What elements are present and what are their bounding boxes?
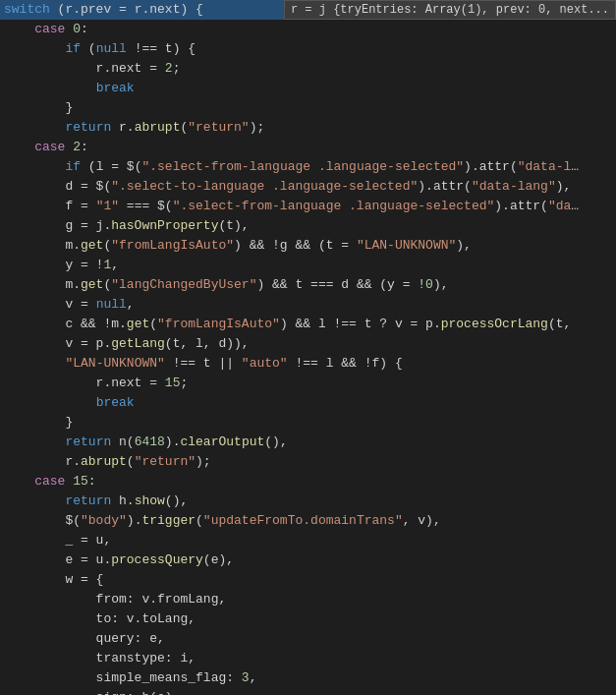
code-token: ) && l !== t ? v = p. [280,315,441,334]
code-token: "da [548,197,571,216]
code-token: !== l && !f) { [288,354,403,374]
code-token: ; [180,374,188,393]
code-line: r.abrupt("return"); [0,452,616,472]
code-token: m. [4,275,81,295]
code-token: if [65,157,81,177]
code-token: "return" [135,452,196,472]
code-line: g = j.hasOwnProperty(t), [0,216,616,236]
code-token: (t, [548,315,571,334]
code-line: e = u.processQuery(e), [0,550,616,570]
code-token: d = $( [4,177,111,197]
code-token: (r.prev = r.next) { [50,0,203,20]
code-token: switch [4,0,50,20]
code-token [4,472,34,492]
code-line: if (null !== t) { [0,39,616,59]
code-line: return h.show(), [0,492,616,511]
code-token: (), [264,433,287,452]
code-token: 3 [242,668,250,688]
code-token: !== t || [165,354,242,374]
code-token: null [96,295,127,315]
code-token [4,20,34,39]
code-token [65,472,73,492]
code-token: show [135,492,165,511]
code-token: "langChangedByUser" [111,275,256,295]
code-editor: switch (r.prev = r.next) { case 0: if (n… [0,0,616,695]
code-token: from: v.fromLang, [4,590,226,609]
code-token: n( [111,433,134,452]
code-token: 0 [425,275,433,295]
code-line: m.get("fromLangIsAuto") && !g && (t = "L… [0,236,616,256]
code-line: f = "1" === $(".select-from-language .la… [0,197,616,216]
code-token [65,20,73,39]
code-token: ( [127,452,135,472]
code-token: ). [127,511,142,531]
code-token [4,118,65,138]
code-token: 2 [165,59,173,79]
code-token: case [34,20,65,39]
code-line: break [0,79,616,98]
code-token: break [96,79,135,98]
code-token: ).attr( [418,177,472,197]
code-token: "auto" [242,354,288,374]
code-line: case 2: [0,138,616,157]
code-token [203,0,219,20]
code-token: 1 [103,256,111,275]
code-token: processOcrLang [441,315,548,334]
code-token: 15 [165,374,181,393]
code-line: $("body").trigger("updateFromTo.domainTr… [0,511,616,531]
code-token: "LAN-UNKNOWN" [65,354,164,374]
code-token: (l = $( [81,157,141,177]
code-token: "return" [188,118,249,138]
code-token: , [250,668,257,688]
code-token: processQuery [111,550,203,570]
code-line: transtype: i, [0,649,616,668]
code-line: from: v.fromLang, [0,590,616,609]
code-token: : [81,138,88,157]
code-token: , [127,295,135,315]
code-line: simple_means_flag: 3, [0,668,616,688]
code-token: } [4,413,73,433]
code-token: … [571,157,579,177]
code-token: query: e, [4,629,165,649]
code-token: g = j. [4,216,111,236]
code-line: v = null, [0,295,616,315]
code-token [4,492,65,511]
code-line: r.next = 2; [0,59,616,79]
code-token: v = [4,295,96,315]
code-line: c && !m.get("fromLangIsAuto") && l !== t… [0,315,616,334]
code-token [4,39,65,59]
code-token: break [96,393,135,413]
code-token: _ = u, [4,531,111,550]
code-token: e = u. [4,550,111,570]
code-line: to: v.toLang, [0,609,616,629]
code-token: "fromLangIsAuto" [157,315,280,334]
code-token: ).attr( [464,157,518,177]
code-token: return [65,118,111,138]
code-token: : [81,20,88,39]
code-line: query: e, [0,629,616,649]
tooltip: r = j {tryEntries: Array(1), prev: 0, ne… [284,0,616,20]
code-token: return [65,433,111,452]
code-token: r. [4,452,81,472]
code-line: } [0,98,616,118]
code-token: return [65,492,111,511]
code-token: ( [196,511,203,531]
code-token: !== t) { [127,39,196,59]
code-token: abrupt [81,452,127,472]
code-token: "data-lang" [472,177,556,197]
code-token: … [571,197,579,216]
code-token: (t), [218,216,249,236]
code-token: f = [4,197,96,216]
code-token: "fromLangIsAuto" [111,236,234,256]
code-token: 2 [73,138,81,157]
code-token [65,138,73,157]
code-token: (t, l, d)), [165,334,250,354]
code-token: getLang [111,334,165,354]
code-token: ( [81,39,96,59]
code-token: ), [433,275,449,295]
code-token: ".select-from-language .language-selecte… [173,197,495,216]
code-token: , v), [403,511,441,531]
code-line: return r.abrupt("return"); [0,118,616,138]
code-token: 6418 [135,433,165,452]
code-token: clearOutput [180,433,264,452]
